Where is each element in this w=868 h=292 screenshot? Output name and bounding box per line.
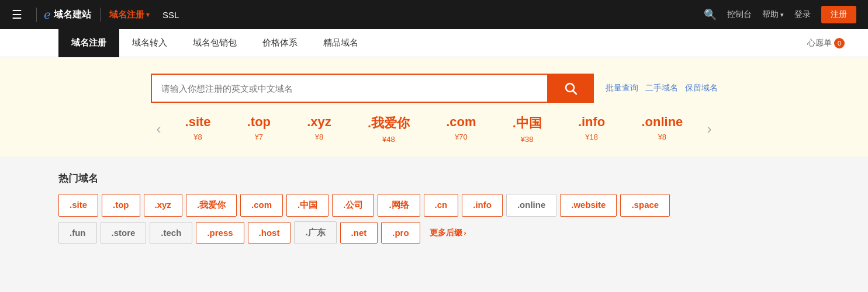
- subnav-item-pricing[interactable]: 价格体系: [250, 29, 310, 57]
- tld-name-iloveyou: .我爱你: [368, 114, 410, 132]
- main-nav-arrow: ▾: [146, 11, 150, 19]
- tld-item-info[interactable]: .info ¥18: [578, 114, 605, 144]
- tld-name-site: .site: [185, 114, 211, 130]
- search-section: 批量查询 二手域名 保留域名 ‹ .site ¥8 .top ¥7 .xyz ¥…: [0, 57, 868, 157]
- tag-com[interactable]: .com: [240, 194, 283, 217]
- logo-text: 域名建站: [54, 9, 91, 21]
- help-arrow: ▾: [780, 11, 784, 19]
- tld-item-site[interactable]: .site ¥8: [185, 114, 211, 144]
- top-nav: ☰ ℯ 域名建站 域名注册 ▾ SSL 🔍 控制台 帮助 ▾ 登录 注册: [0, 0, 868, 29]
- menu-icon[interactable]: ☰: [12, 8, 22, 22]
- tag-pro[interactable]: .pro: [381, 222, 420, 244]
- nav-divider: [36, 8, 37, 22]
- search-links: 批量查询 二手域名 保留域名: [594, 83, 718, 93]
- tag-space[interactable]: .space: [620, 194, 670, 217]
- tag-fun[interactable]: .fun: [58, 222, 97, 244]
- nav-right: 🔍 控制台 帮助 ▾ 登录 注册: [704, 6, 856, 23]
- carousel-right-arrow[interactable]: ›: [701, 117, 718, 141]
- search-button-icon: [563, 81, 577, 95]
- tld-item-iloveyou[interactable]: .我爱你 ¥48: [368, 114, 410, 144]
- subnav-item-premium[interactable]: 精品域名: [310, 29, 371, 57]
- tag-network[interactable]: .网络: [378, 194, 420, 217]
- more-suffix-link[interactable]: 更多后缀 ›: [424, 223, 472, 244]
- tag-press[interactable]: .press: [196, 222, 244, 244]
- tld-price-online: ¥8: [658, 133, 666, 141]
- tld-price-iloveyou: ¥48: [382, 135, 395, 144]
- tag-store[interactable]: .store: [101, 222, 147, 244]
- batch-query-link[interactable]: 批量查询: [606, 83, 638, 93]
- tag-cn[interactable]: .cn: [424, 194, 459, 217]
- subnav-item-domain-transfer[interactable]: 域名转入: [119, 29, 180, 57]
- tag-guangdong[interactable]: .广东: [294, 221, 336, 244]
- search-input-wrap: [151, 74, 547, 103]
- tag-xyz[interactable]: .xyz: [144, 194, 182, 217]
- wishlist-label: 心愿单: [807, 38, 832, 48]
- main-content: 热门域名 .site .top .xyz .我爱你 .com .中国 .公司 .…: [0, 157, 868, 256]
- tld-item-com[interactable]: .com ¥70: [446, 114, 476, 144]
- tld-name-online: .online: [641, 114, 683, 130]
- carousel-left-arrow[interactable]: ‹: [151, 117, 167, 141]
- search-button[interactable]: [547, 74, 594, 103]
- logo-icon: ℯ: [44, 8, 51, 22]
- logo: ℯ 域名建站: [44, 8, 91, 22]
- tld-item-xyz[interactable]: .xyz ¥8: [307, 114, 331, 144]
- secondhand-link[interactable]: 二手域名: [645, 83, 678, 93]
- reserved-link[interactable]: 保留域名: [685, 83, 718, 93]
- tag-info[interactable]: .info: [462, 194, 503, 217]
- svg-line-1: [573, 91, 576, 95]
- control-panel-link[interactable]: 控制台: [727, 9, 752, 20]
- tag-net[interactable]: .net: [340, 222, 378, 244]
- tag-tech[interactable]: .tech: [150, 222, 192, 244]
- tld-item-china[interactable]: .中国 ¥38: [513, 114, 542, 144]
- wishlist-badge: 0: [834, 38, 845, 48]
- domain-tags-row2: .fun .store .tech .press .host .广东 .net …: [58, 221, 810, 244]
- tag-iloveyou[interactable]: .我爱你: [186, 194, 237, 217]
- tld-item-top[interactable]: .top ¥7: [247, 114, 271, 144]
- section-title: 热门域名: [58, 172, 810, 185]
- tld-price-info: ¥18: [585, 133, 598, 141]
- tld-items: .site ¥8 .top ¥7 .xyz ¥8 .我爱你 ¥48 .com ¥…: [167, 114, 701, 144]
- tag-host[interactable]: .host: [248, 222, 291, 244]
- domain-tags-row1: .site .top .xyz .我爱你 .com .中国 .公司 .网络 .c…: [58, 194, 810, 217]
- subnav-item-domain-package[interactable]: 域名包销包: [180, 29, 250, 57]
- tld-name-info: .info: [578, 114, 605, 130]
- tag-china[interactable]: .中国: [286, 194, 328, 217]
- main-nav-link[interactable]: 域名注册 ▾: [109, 9, 150, 20]
- ssl-link[interactable]: SSL: [162, 10, 179, 20]
- tag-website[interactable]: .website: [560, 194, 617, 217]
- tag-site[interactable]: .site: [58, 194, 98, 217]
- tld-name-top: .top: [247, 114, 271, 130]
- tld-name-xyz: .xyz: [307, 114, 331, 130]
- register-button[interactable]: 注册: [821, 6, 856, 23]
- main-nav-link-text: 域名注册: [109, 9, 144, 20]
- login-button[interactable]: 登录: [794, 9, 811, 20]
- search-icon[interactable]: 🔍: [704, 8, 717, 21]
- tld-price-xyz: ¥8: [315, 133, 323, 141]
- nav-divider2: [100, 8, 101, 22]
- subnav-item-domain-register[interactable]: 域名注册: [58, 29, 119, 57]
- search-row: 批量查询 二手域名 保留域名: [151, 74, 718, 103]
- tld-price-china: ¥38: [521, 135, 534, 144]
- tld-name-com: .com: [446, 114, 476, 130]
- tag-top[interactable]: .top: [102, 194, 140, 217]
- tld-price-com: ¥70: [455, 133, 468, 141]
- tld-item-online[interactable]: .online ¥8: [641, 114, 683, 144]
- sub-nav: 域名注册 域名转入 域名包销包 价格体系 精品域名 心愿单 0: [0, 29, 868, 57]
- tld-price-top: ¥7: [255, 133, 263, 141]
- tld-name-china: .中国: [513, 114, 542, 132]
- tag-online[interactable]: .online: [506, 194, 556, 217]
- search-input[interactable]: [152, 75, 547, 102]
- tag-company[interactable]: .公司: [332, 194, 374, 217]
- tld-carousel: ‹ .site ¥8 .top ¥7 .xyz ¥8 .我爱你 ¥48 .com…: [151, 114, 718, 144]
- tld-price-site: ¥8: [193, 133, 202, 141]
- help-text: 帮助: [762, 9, 779, 20]
- help-dropdown[interactable]: 帮助 ▾: [762, 9, 784, 20]
- wishlist[interactable]: 心愿单 0: [807, 38, 845, 48]
